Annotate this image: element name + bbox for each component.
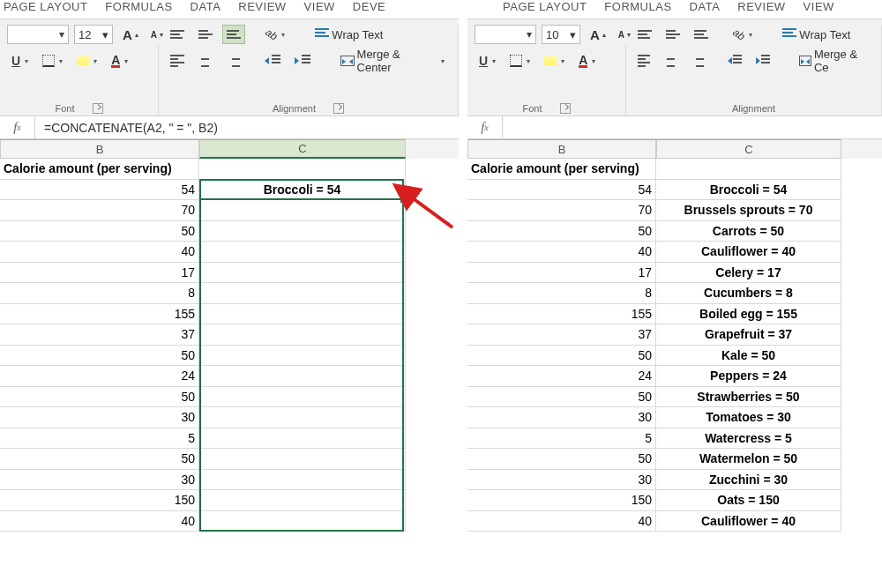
cell-b17[interactable]: 150 [0, 490, 199, 511]
cell-b5[interactable]: 40 [0, 242, 199, 263]
cell-b6[interactable]: 17 [467, 263, 656, 284]
cell-b6[interactable]: 17 [0, 263, 199, 284]
tab-view[interactable]: VIEW [304, 0, 335, 13]
align-right-button[interactable] [686, 51, 707, 71]
cell-c4[interactable]: Carrots = 50 [656, 221, 841, 242]
font-color-button[interactable]: A▾ [574, 51, 600, 71]
align-right-button[interactable] [222, 51, 245, 71]
cell-b8[interactable]: 155 [0, 304, 199, 325]
header-cell-calorie[interactable]: Calorie amount (per serving) [0, 159, 199, 180]
cell-b11[interactable]: 24 [0, 366, 199, 387]
cell-c5[interactable] [199, 242, 406, 263]
underline-button[interactable]: U▾ [7, 51, 33, 71]
cell-b9[interactable]: 37 [467, 324, 656, 346]
cell-b10[interactable]: 50 [0, 346, 199, 367]
increase-indent-button[interactable] [751, 51, 774, 71]
borders-button[interactable]: ▾ [38, 51, 67, 71]
cell-c17[interactable] [199, 490, 406, 511]
cell-b3[interactable]: 70 [0, 200, 199, 221]
cell-b9[interactable]: 37 [0, 324, 199, 346]
cell-c4[interactable] [199, 221, 406, 242]
cell-b4[interactable]: 50 [0, 221, 199, 242]
tab-developer[interactable]: DEVE [353, 0, 385, 13]
fx-icon[interactable]: fx [0, 116, 35, 138]
cell-b4[interactable]: 50 [467, 221, 656, 242]
cell-b15[interactable]: 50 [467, 449, 656, 470]
formula-input[interactable] [503, 116, 882, 138]
tab-data[interactable]: DATA [191, 0, 221, 13]
cell-c13[interactable]: Tomatoes = 30 [656, 407, 841, 428]
align-top-button[interactable] [633, 25, 656, 44]
cell-b8[interactable]: 155 [467, 304, 656, 325]
align-middle-button[interactable] [662, 25, 684, 44]
cell-b5[interactable]: 40 [467, 242, 656, 263]
cell-c9[interactable] [199, 324, 406, 346]
cell-b12[interactable]: 50 [467, 387, 656, 408]
cell-b10[interactable]: 50 [467, 346, 656, 367]
cell-b18[interactable]: 40 [467, 511, 656, 532]
cell-c18[interactable] [199, 511, 406, 532]
wrap-text-button[interactable]: Wrap Text [309, 25, 389, 44]
font-name-box[interactable]: ▾ [475, 25, 536, 44]
font-dialog-launcher[interactable] [560, 103, 571, 114]
tab-view[interactable]: VIEW [804, 0, 834, 13]
alignment-dialog-launcher[interactable] [333, 103, 344, 114]
tab-formulas[interactable]: FORMULAS [105, 0, 172, 13]
column-header-b[interactable]: B [467, 139, 656, 159]
cell-b14[interactable]: 5 [0, 428, 199, 450]
cell-b2[interactable]: 54 [467, 180, 656, 201]
merge-center-button[interactable]: Merge & Center▾ [334, 51, 451, 71]
cell-c2[interactable]: Broccoli = 54 [656, 180, 841, 201]
spreadsheet-grid-left[interactable]: B C Calorie amount (per serving) 54Brocc… [0, 139, 459, 532]
cell-b3[interactable]: 70 [467, 200, 656, 221]
fill-handle[interactable] [400, 197, 407, 203]
cell-c3[interactable] [199, 200, 406, 221]
cell-c16[interactable]: Zucchini = 30 [656, 470, 841, 491]
align-left-button[interactable] [633, 51, 654, 71]
formula-input[interactable] [35, 116, 459, 138]
cell-c16[interactable] [199, 470, 406, 491]
cell-c14[interactable] [199, 428, 406, 450]
cell-b7[interactable]: 8 [467, 283, 656, 304]
tab-data[interactable]: DATA [690, 0, 721, 13]
cell-c11[interactable] [199, 366, 406, 387]
cell-b14[interactable]: 5 [467, 428, 656, 450]
fx-icon[interactable]: fx [467, 116, 503, 138]
cell-b2[interactable]: 54 [0, 180, 199, 201]
cell-b13[interactable]: 30 [0, 407, 199, 428]
align-center-button[interactable] [660, 51, 681, 71]
fill-color-button[interactable]: ▾ [540, 51, 569, 71]
cell-c10[interactable] [199, 346, 406, 367]
tab-review[interactable]: REVIEW [238, 0, 286, 13]
font-size-box[interactable]: 10▾ [542, 25, 580, 44]
cell-c15[interactable]: Watermelon = 50 [656, 449, 841, 470]
spreadsheet-grid-right[interactable]: B C Calorie amount (per serving) 54Brocc… [467, 139, 882, 532]
cell-c10[interactable]: Kale = 50 [656, 346, 841, 367]
orientation-button[interactable]: ab▾ [261, 25, 289, 44]
increase-font-button[interactable]: A▴ [586, 25, 610, 44]
cell-c18[interactable]: Cauliflower = 40 [656, 511, 841, 532]
font-size-box[interactable]: 12▾ [74, 25, 113, 44]
cell-c8[interactable] [199, 304, 406, 325]
cell-c5[interactable]: Cauliflower = 40 [656, 242, 841, 263]
increase-font-button[interactable]: A▴ [118, 25, 143, 44]
cell-c6[interactable]: Celery = 17 [656, 263, 841, 284]
tab-formulas[interactable]: FORMULAS [604, 0, 671, 13]
cell-c11[interactable]: Peppers = 24 [656, 366, 841, 387]
cell-c13[interactable] [199, 407, 406, 428]
cell-c12[interactable] [199, 387, 406, 408]
cell-c9[interactable]: Grapefruit = 37 [656, 324, 841, 346]
cell-b18[interactable]: 40 [0, 511, 199, 532]
header-cell-calorie[interactable]: Calorie amount (per serving) [467, 159, 656, 180]
orientation-button[interactable]: ab▾ [729, 25, 757, 44]
increase-indent-button[interactable] [290, 51, 315, 71]
cell-c7[interactable]: Cucumbers = 8 [656, 283, 841, 304]
font-color-button[interactable]: A▾ [107, 51, 132, 71]
column-header-c[interactable]: C [199, 139, 406, 159]
borders-button[interactable]: ▾ [505, 51, 534, 71]
align-middle-button[interactable] [194, 25, 217, 44]
tab-review[interactable]: REVIEW [737, 0, 785, 13]
align-top-button[interactable] [166, 25, 189, 44]
cell-c3[interactable]: Brussels sprouts = 70 [656, 200, 841, 221]
cell-c8[interactable]: Boiled egg = 155 [656, 304, 841, 325]
